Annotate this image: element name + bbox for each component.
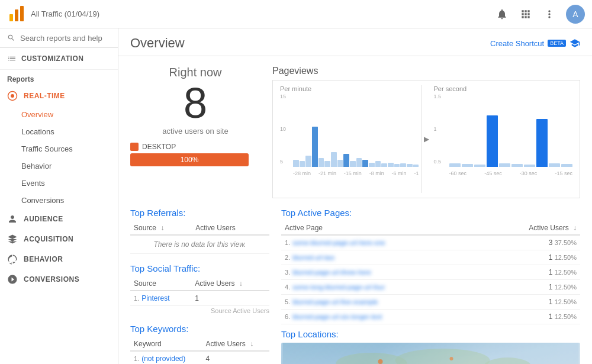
sidebar-sub-conversions[interactable]: Conversions — [0, 192, 118, 209]
svg-point-9 — [378, 359, 383, 364]
top-keywords-section: Top Keywords: Keyword Active Users ↓ — [130, 324, 269, 364]
pinterest-link[interactable]: Pinterest — [141, 294, 169, 302]
not-provided-link[interactable]: (not provided) — [141, 355, 185, 363]
content-area: Overview Create Shortcut BETA Right now … — [118, 28, 592, 364]
sidebar-item-acquisition[interactable]: ACQUISITION — [0, 229, 118, 249]
active-page-cell: 3.blurred-page-url-three-here — [281, 265, 479, 280]
page-url-3[interactable]: blurred-page-url-three-here — [292, 269, 371, 276]
left-tables: Top Referrals: Source ↓ Active Users — [130, 208, 269, 364]
search-input[interactable] — [20, 34, 111, 43]
page-url-1[interactable]: some-blurred-page-url-here-one — [292, 239, 385, 246]
svg-rect-2 — [20, 6, 24, 21]
pageviews-chart: Per minute 15105 — [272, 80, 580, 198]
apps-icon[interactable] — [519, 7, 533, 21]
sidebar-sub-traffic-sources[interactable]: Traffic Sources — [0, 140, 118, 157]
top-active-pages-title[interactable]: Top Active Pages: — [281, 208, 580, 218]
per-minute-label: Per minute — [280, 85, 419, 92]
keywords-keyword-header: Keyword — [130, 337, 202, 351]
device-progress-bar: 100% — [130, 153, 249, 166]
sidebar-item-behavior[interactable]: BEHAVIOR — [0, 249, 118, 269]
table-row: There is no data for this view. — [130, 235, 269, 254]
top-keywords-title[interactable]: Top Keywords: — [130, 324, 269, 334]
per-minute-x-labels: -28 min-21 min-15 min-8 min-6 min-1 — [293, 170, 419, 176]
device-label: DESKTOP — [130, 143, 260, 151]
bell-icon[interactable] — [495, 7, 509, 21]
sidebar-item-audience[interactable]: AUDIENCE — [0, 209, 118, 229]
sidebar-sub-overview[interactable]: Overview — [0, 106, 118, 123]
content-body: Right now 8 active users on site DESKTOP… — [118, 56, 592, 364]
site-title: All Traffic (01/04/19) — [31, 9, 99, 18]
customization-nav-item[interactable]: CUSTOMIZATION — [0, 48, 118, 70]
acquisition-icon — [7, 234, 18, 244]
customization-label: CUSTOMIZATION — [21, 54, 83, 63]
ga-logo-icon — [7, 5, 26, 24]
header-right: A — [495, 5, 585, 24]
svg-point-10 — [450, 357, 453, 360]
top-referrals-section: Top Referrals: Source ↓ Active Users — [130, 208, 269, 254]
realtime-label: REAL-TIME — [24, 92, 65, 100]
sidebar-sub-events[interactable]: Events — [0, 175, 118, 192]
active-users-cell: 1 12.50% — [479, 280, 580, 295]
create-shortcut-button[interactable]: Create Shortcut BETA — [490, 38, 580, 49]
no-data-message: There is no data for this view. — [130, 235, 269, 254]
top-referrals-title[interactable]: Top Referrals: — [130, 208, 269, 218]
sidebar-item-conversions[interactable]: CONVERSIONS — [0, 269, 118, 289]
table-row: 6.blurred-page-url-six-longer-text 1 12.… — [281, 310, 580, 324]
page-url-6[interactable]: blurred-page-url-six-longer-text — [292, 313, 382, 320]
pageviews-section: Pageviews Per minute 15105 — [272, 66, 580, 198]
active-users-cell: 1 12.50% — [479, 295, 580, 310]
top-referrals-table: Source ↓ Active Users There is no data f… — [130, 221, 269, 254]
pageviews-title: Pageviews — [272, 66, 580, 76]
social-source-header: Source — [130, 277, 191, 291]
header-left: All Traffic (01/04/19) — [7, 5, 99, 24]
top-active-pages-table: Active Page Active Users ↓ 1.some-blurre… — [281, 221, 580, 324]
avatar[interactable]: A — [566, 5, 585, 24]
realtime-icon — [7, 91, 18, 101]
sidebar-sub-behavior[interactable]: Behavior — [0, 157, 118, 175]
source-active-users-label: Source Active Users — [130, 307, 269, 314]
top-header: All Traffic (01/04/19) A — [0, 0, 592, 28]
right-section: Top Active Pages: Active Page Active Use… — [281, 208, 580, 364]
mortarboard-icon — [570, 38, 580, 49]
top-keywords-table: Keyword Active Users ↓ 1.(not provided) … — [130, 337, 269, 364]
sidebar-item-realtime[interactable]: REAL-TIME — [0, 86, 118, 106]
right-now-sub: active users on site — [130, 127, 260, 136]
behavior-label: BEHAVIOR — [24, 255, 63, 263]
page-url-4[interactable]: some-long-blurred-page-url-four — [292, 284, 385, 291]
per-second-y-axis: 1.510.5 — [434, 94, 447, 165]
svg-point-4 — [11, 94, 14, 98]
create-shortcut-label: Create Shortcut — [490, 39, 544, 48]
keywords-users-header: Active Users ↓ — [202, 337, 269, 351]
table-row: 2.blurred-url-two 1 12.50% — [281, 250, 580, 265]
top-locations-title[interactable]: Top Locations: — [281, 329, 580, 339]
social-users-cell: 1 — [191, 291, 269, 306]
page-url-5[interactable]: blurred-page-url-five-example — [292, 298, 378, 305]
top-social-title[interactable]: Top Social Traffic: — [130, 263, 269, 273]
active-users-cell: 3 37.50% — [479, 235, 580, 250]
svg-rect-1 — [15, 9, 18, 21]
per-second-bars — [449, 94, 573, 167]
search-icon — [7, 33, 15, 43]
active-users-cell: 1 12.50% — [479, 250, 580, 265]
table-row: 4.some-long-blurred-page-url-four 1 12.5… — [281, 280, 580, 295]
per-minute-y-axis: 15105 — [280, 94, 291, 165]
map-svg — [281, 343, 580, 364]
keyword-users-cell: 4 — [202, 351, 269, 364]
conversions-icon — [7, 274, 18, 285]
active-page-cell: 2.blurred-url-two — [281, 250, 479, 265]
audience-icon — [7, 214, 18, 224]
sidebar-sub-locations[interactable]: Locations — [0, 123, 118, 140]
table-row: 5.blurred-page-url-five-example 1 12.50% — [281, 295, 580, 310]
search-box[interactable] — [0, 28, 118, 48]
content-header: Overview Create Shortcut BETA — [118, 28, 592, 56]
active-page-cell: 6.blurred-page-url-six-longer-text — [281, 310, 479, 324]
table-row: 1.some-blurred-page-url-here-one 3 37.50… — [281, 235, 580, 250]
page-url-2[interactable]: blurred-url-two — [292, 254, 334, 261]
per-second-label: Per second — [434, 85, 573, 92]
active-users-cell: 1 12.50% — [479, 265, 580, 280]
chart-expand-icon[interactable]: ▶ — [422, 85, 432, 193]
active-users-cell: 1 12.50% — [479, 310, 580, 324]
right-now-row: Right now 8 active users on site DESKTOP… — [130, 66, 580, 198]
more-icon[interactable] — [542, 7, 556, 21]
per-minute-bars — [293, 94, 419, 167]
